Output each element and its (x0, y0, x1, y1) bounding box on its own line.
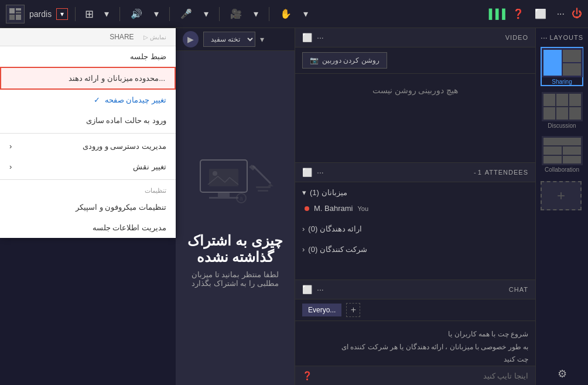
app-name: pardis (29, 9, 52, 19)
mic-icon[interactable]: 🎤 (177, 8, 196, 19)
host-limit-item[interactable]: محدوده میزبانان و ارائه دهند... (0, 67, 176, 90)
separator5 (269, 7, 269, 21)
layouts-bottom: ⚙ (541, 367, 583, 380)
whiteboard-select[interactable]: تخته سفید (203, 32, 255, 47)
chat-tabs: Everyo... + (295, 299, 535, 321)
video-chevron-icon[interactable]: ▾ (250, 8, 262, 19)
change-role-item[interactable]: › تغییر نقش (0, 156, 176, 177)
video-title: VIDEO (505, 34, 528, 41)
svg-line-10 (253, 166, 271, 183)
video-icon[interactable]: 🎥 (227, 8, 245, 19)
chat-input[interactable] (312, 372, 528, 380)
attendees-header-right: ⬜ ··· (302, 168, 324, 177)
share-label: SHARE (110, 33, 134, 41)
chat-info-line2: به طور خصوصی با میزبانان ، ارائه دهندگان… (302, 341, 528, 354)
chat-input-area: ❓ (295, 366, 535, 385)
audio-chevron-icon[interactable]: ▾ (151, 8, 162, 19)
chat-header: ⬜ ··· CHAT (295, 280, 535, 299)
attendee-count: - 1 (474, 169, 481, 176)
svg-rect-1 (16, 8, 21, 11)
layouts-more-btn[interactable]: ··· (541, 33, 548, 42)
presenters-group-header[interactable]: › ارائه دهندگان (0) (295, 221, 535, 237)
host-limit-label: محدوده میزبانان و ارائه دهند... (69, 74, 165, 83)
video-toolbar: 📷 روشن کردن دوربین (295, 47, 535, 74)
ready-mode-item[interactable]: ورود به حالت اماده سازی (0, 110, 176, 131)
layout-collaboration[interactable]: Collaboration (541, 135, 583, 174)
presenters-chevron-icon: › (302, 224, 305, 233)
change-layout-label: تغییر چیدمان صفحه (105, 96, 166, 104)
hosts-group-header[interactable]: ▾ میزبانان (1) (295, 185, 535, 200)
divider2 (0, 179, 176, 180)
attendees-more-btn[interactable]: ··· (317, 168, 324, 177)
video-content: هیچ دوربینی روشن نیست (295, 74, 535, 107)
layouts-panel: ··· LAYOUTS Sharing Discussion (535, 28, 588, 385)
video-section: ⬜ ··· VIDEO 📷 روشن کردن دوربین هیچ دوربی… (295, 28, 535, 163)
layout-add-btn[interactable]: + (541, 181, 582, 210)
help-icon[interactable]: ❓ (509, 8, 528, 19)
hand-chevron-icon[interactable]: ▾ (300, 8, 312, 19)
chat-more-btn[interactable]: ··· (317, 285, 324, 294)
mic-settings-item[interactable]: تنظیمات میکروفون و اسپیکر (0, 197, 176, 217)
chat-messages: شروع چت با همه کاربران یا به طور خصوصی ب… (295, 321, 535, 366)
layout-sharing[interactable]: Sharing (541, 47, 583, 86)
grid-icon[interactable]: ⊞ (83, 8, 96, 21)
layout-discussion[interactable]: Discussion (541, 91, 583, 130)
share-toolbar: ▶ تخته سفید ▾ (176, 28, 295, 51)
check-icon: ✓ (94, 96, 100, 104)
share-illustration: a (189, 148, 282, 221)
main-layout: SHARE ▷ نمایش ضبط جلسه محدوده میزبانان و… (0, 28, 588, 385)
dropdown-toggle[interactable]: ▾ (56, 8, 68, 20)
chat-tab-everyone[interactable]: Everyo... (302, 304, 341, 316)
hosts-label: میزبانان (1) (310, 188, 347, 197)
video-minimize-btn[interactable]: ⬜ (302, 33, 312, 42)
hosts-chevron-icon: ▾ (302, 188, 306, 197)
camera-btn[interactable]: 📷 روشن کردن دوربین (302, 52, 387, 69)
separator (75, 7, 76, 21)
share-sub-text: لطفا منتظر بمانید تا میزبان مطلبی را به … (187, 270, 283, 288)
share-menu-panel: SHARE ▷ نمایش ضبط جلسه محدوده میزبانان و… (0, 28, 176, 238)
screen-icon[interactable]: ⬜ (531, 8, 550, 19)
video-more-btn[interactable]: ··· (317, 33, 324, 42)
chat-add-tab-btn[interactable]: + (346, 303, 360, 317)
session-info-item[interactable]: مدیریت اطلاعات جلسه (0, 217, 176, 238)
adjust-session-item[interactable]: ضبط جلسه (0, 46, 176, 67)
presenters-group: › ارائه دهندگان (0) (295, 219, 535, 239)
whiteboard-chevron[interactable]: ▾ (260, 35, 264, 44)
share-header: SHARE ▷ نمایش (0, 28, 176, 46)
chat-minimize-btn[interactable]: ⬜ (302, 285, 312, 294)
svg-rect-14 (258, 190, 268, 192)
layout-sharing-label: Sharing (542, 79, 582, 85)
hosts-group: ▾ میزبانان (1) M. Bahrami You (295, 182, 535, 219)
app-logo (6, 5, 25, 23)
participants-chevron-icon: › (302, 245, 305, 254)
center-area: ▶ تخته سفید ▾ (176, 28, 295, 385)
chat-info-line3: چت کنید (302, 353, 528, 366)
display-btn[interactable]: ▷ نمایش (143, 34, 166, 40)
share-content: a چیزی به اشتراک گذاشته نشده لطفا منتظر … (176, 51, 295, 385)
presenters-label: ارائه دهندگان (0) (308, 224, 362, 233)
you-label: You (357, 205, 368, 212)
camera-icon: 📷 (310, 56, 319, 64)
audio-icon[interactable]: 🔊 (127, 8, 146, 19)
attendee-status-dot (305, 206, 309, 211)
access-mgmt-item[interactable]: › مدیریت دسترسی و ورودی (0, 136, 176, 156)
more-icon[interactable]: ··· (553, 9, 568, 19)
svg-rect-7 (209, 197, 238, 199)
access-mgmt-label: مدیریت دسترسی و ورودی (83, 142, 166, 151)
power-icon[interactable]: ⏻ (572, 8, 582, 20)
svg-marker-11 (249, 165, 256, 171)
attendees-minimize-btn[interactable]: ⬜ (302, 168, 312, 177)
hand-icon[interactable]: ✋ (276, 8, 295, 19)
separator2 (119, 7, 120, 21)
right-panel: ⬜ ··· VIDEO 📷 روشن کردن دوربین هیچ دوربی… (295, 28, 535, 385)
grid-chevron-icon[interactable]: ▾ (101, 8, 112, 19)
present-btn[interactable]: ▶ (183, 35, 199, 44)
svg-point-9 (213, 171, 217, 176)
settings-icon[interactable]: ⚙ (558, 367, 567, 380)
settings-section-label: تنظیمات (0, 182, 176, 197)
change-role-label: تغییر نقش (133, 162, 166, 171)
layout-discussion-label: Discussion (542, 122, 582, 129)
mic-chevron-icon[interactable]: ▾ (200, 8, 212, 19)
change-layout-item[interactable]: ✓ تغییر چیدمان صفحه (0, 90, 176, 110)
participants-group-header[interactable]: › شرکت کنندگان (0) (295, 241, 535, 257)
